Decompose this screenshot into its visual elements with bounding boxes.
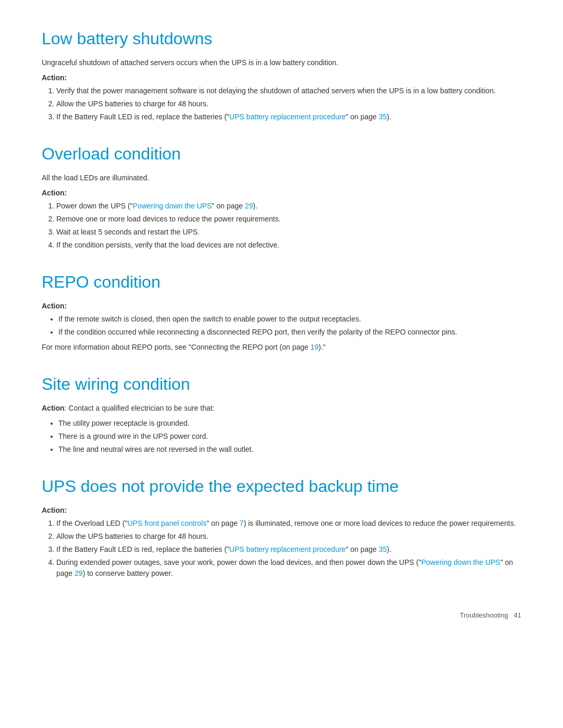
list-item: Power down the UPS ("Powering down the U… [56, 201, 521, 212]
repo-condition-action-label: Action: [42, 301, 521, 312]
site-wiring-action-text: : Contact a qualified electrician to be … [65, 404, 215, 412]
list-item-text: Allow the UPS batteries to charge for 48… [56, 532, 209, 540]
list-item-text: Verify that the power management softwar… [56, 87, 496, 95]
list-item-text-before: If the Battery Fault LED is red, replace… [56, 545, 229, 553]
list-item: The line and neutral wires are not rever… [58, 444, 521, 455]
page-19-link[interactable]: 19 [310, 343, 319, 351]
repo-condition-heading: REPO condition [42, 269, 521, 294]
ups-battery-replacement-link-1[interactable]: UPS battery replacement procedure [229, 113, 346, 121]
site-wiring-condition-section: Site wiring condition Action: Contact a … [42, 372, 521, 455]
ups-backup-time-section: UPS does not provide the expected backup… [42, 474, 521, 579]
list-item-text: The line and neutral wires are not rever… [58, 445, 253, 453]
list-item-text-end: ). [253, 202, 258, 210]
low-battery-shutdowns-intro: Ungraceful shutdown of attached servers … [42, 57, 521, 68]
list-item: During extended power outages, save your… [56, 557, 521, 579]
list-item-text: Wait at least 5 seconds and restart the … [56, 228, 200, 236]
site-wiring-list: The utility power receptacle is grounded… [42, 418, 521, 455]
list-item: Allow the UPS batteries to charge for 48… [56, 98, 521, 109]
list-item-text-after: " on page [206, 519, 239, 527]
ups-battery-replacement-link-2[interactable]: UPS battery replacement procedure [229, 545, 346, 553]
list-item: If the Overload LED ("UPS front panel co… [56, 518, 521, 529]
list-item: If the condition persists, verify that t… [56, 240, 521, 251]
powering-down-link-1[interactable]: Powering down the UPS [133, 202, 212, 210]
list-item: If the condition occurred while reconnec… [58, 327, 521, 338]
overload-condition-heading: Overload condition [42, 141, 521, 166]
list-item: Wait at least 5 seconds and restart the … [56, 227, 521, 238]
overload-condition-list: Power down the UPS ("Powering down the U… [42, 201, 521, 251]
list-item-text: If the condition persists, verify that t… [56, 241, 279, 249]
repo-note-end: )." [319, 343, 326, 351]
list-item: The utility power receptacle is grounded… [58, 418, 521, 429]
list-item: If the Battery Fault LED is red, replace… [56, 112, 521, 122]
page-footer: Troubleshooting 41 [42, 610, 521, 621]
low-battery-shutdowns-heading: Low battery shutdowns [42, 26, 521, 51]
list-item-text-end: ) is illuminated, remove one or more loa… [243, 519, 516, 527]
list-item-text-before: If the Battery Fault LED is red, replace… [56, 113, 229, 121]
page-35-link-2[interactable]: 35 [379, 545, 387, 553]
list-item-text-end: ). [387, 545, 391, 553]
list-item-text: There is a ground wire in the UPS power … [58, 432, 208, 440]
list-item: There is a ground wire in the UPS power … [58, 431, 521, 442]
list-item-text-end: ) to conserve battery power. [83, 569, 173, 577]
footer-label: Troubleshooting [460, 611, 508, 619]
low-battery-shutdowns-action-label: Action: [42, 72, 521, 83]
list-item-text-before: During extended power outages, save your… [56, 558, 421, 566]
footer-page: 41 [514, 611, 521, 619]
ups-backup-time-action-label: Action: [42, 505, 521, 516]
list-item: If the remote switch is closed, then ope… [58, 314, 521, 325]
list-item-text-before: Power down the UPS (" [56, 202, 133, 210]
list-item-text: If the condition occurred while reconnec… [58, 328, 457, 336]
list-item: Allow the UPS batteries to charge for 48… [56, 531, 521, 542]
page-35-link-1[interactable]: 35 [379, 113, 387, 121]
list-item-text-before: If the Overload LED (" [56, 519, 127, 527]
overload-condition-section: Overload condition All the load LEDs are… [42, 141, 521, 251]
list-item-text: The utility power receptacle is grounded… [58, 419, 189, 427]
ups-backup-time-heading: UPS does not provide the expected backup… [42, 474, 521, 499]
list-item-text: Remove one or more load devices to reduc… [56, 215, 280, 223]
list-item-text: Allow the UPS batteries to charge for 48… [56, 100, 209, 108]
list-item: If the Battery Fault LED is red, replace… [56, 544, 521, 555]
overload-condition-intro: All the load LEDs are illuminated. [42, 172, 521, 183]
repo-condition-list: If the remote switch is closed, then ope… [42, 314, 521, 338]
repo-note-text: For more information about REPO ports, s… [42, 343, 310, 351]
repo-condition-note: For more information about REPO ports, s… [42, 342, 521, 353]
ups-backup-time-list: If the Overload LED ("UPS front panel co… [42, 518, 521, 579]
low-battery-shutdowns-list: Verify that the power management softwar… [42, 85, 521, 122]
list-item-text: If the remote switch is closed, then ope… [58, 315, 361, 323]
site-wiring-action-intro: Action: Contact a qualified electrician … [42, 403, 521, 414]
list-item-text-after: " on page [212, 202, 244, 210]
site-wiring-action-label: Action [42, 404, 65, 412]
page-29-link-2[interactable]: 29 [75, 569, 83, 577]
repo-condition-section: REPO condition Action: If the remote swi… [42, 269, 521, 353]
powering-down-link-2[interactable]: Powering down the UPS [421, 558, 500, 566]
list-item: Verify that the power management softwar… [56, 85, 521, 96]
ups-front-panel-controls-link[interactable]: UPS front panel controls [127, 519, 206, 527]
list-item: Remove one or more load devices to reduc… [56, 214, 521, 225]
list-item-text-after: " on page [346, 545, 378, 553]
low-battery-shutdowns-section: Low battery shutdowns Ungraceful shutdow… [42, 26, 521, 122]
site-wiring-condition-heading: Site wiring condition [42, 372, 521, 397]
list-item-text-after: " on page [346, 113, 378, 121]
list-item-text-end: ). [387, 113, 391, 121]
page-29-link-1[interactable]: 29 [245, 202, 253, 210]
overload-condition-action-label: Action: [42, 188, 521, 199]
